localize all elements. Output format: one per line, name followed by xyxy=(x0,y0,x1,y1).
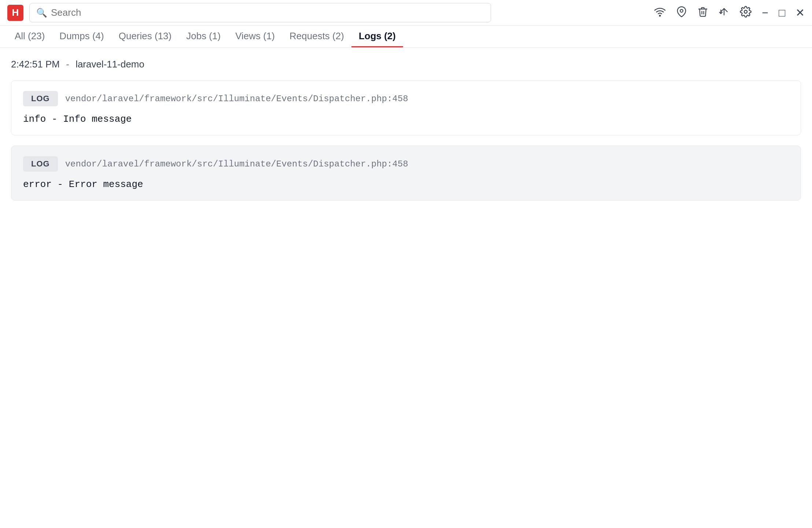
maximize-icon[interactable]: □ xyxy=(779,7,785,18)
session-separator: - xyxy=(66,59,69,70)
svg-point-0 xyxy=(660,15,661,16)
log-card-1-header: LOG vendor/laravel/framework/src/Illumin… xyxy=(23,91,789,106)
svg-point-1 xyxy=(680,10,683,12)
log-message-1: info - Info message xyxy=(23,114,789,125)
tab-requests[interactable]: Requests (2) xyxy=(282,26,351,47)
tab-all[interactable]: All (23) xyxy=(7,26,52,47)
tabs-bar: All (23) Dumps (4) Queries (13) Jobs (1)… xyxy=(0,26,812,48)
close-icon[interactable]: ✕ xyxy=(796,7,805,18)
broadcast-icon[interactable] xyxy=(654,6,666,19)
sort-icon[interactable] xyxy=(719,6,730,19)
log-badge-2: LOG xyxy=(23,156,58,172)
logo-letter: H xyxy=(12,7,19,18)
session-time: 2:42:51 PM xyxy=(11,59,60,70)
toolbar-actions: − □ ✕ xyxy=(654,6,805,19)
minimize-icon[interactable]: − xyxy=(762,7,768,18)
tab-views[interactable]: Views (1) xyxy=(228,26,282,47)
toolbar: H 🔍 xyxy=(0,0,812,26)
search-input[interactable] xyxy=(51,7,484,18)
tab-queries[interactable]: Queries (13) xyxy=(111,26,179,47)
pin-icon[interactable] xyxy=(676,6,687,19)
log-file-2: vendor/laravel/framework/src/Illuminate/… xyxy=(65,159,408,169)
log-badge-1: LOG xyxy=(23,91,58,106)
trash-icon[interactable] xyxy=(697,6,708,19)
app-logo[interactable]: H xyxy=(7,5,23,21)
log-card-2-header: LOG vendor/laravel/framework/src/Illumin… xyxy=(23,156,789,172)
settings-icon[interactable] xyxy=(740,6,752,19)
log-file-1: vendor/laravel/framework/src/Illuminate/… xyxy=(65,94,408,104)
log-card-1[interactable]: LOG vendor/laravel/framework/src/Illumin… xyxy=(11,80,801,135)
log-card-2[interactable]: LOG vendor/laravel/framework/src/Illumin… xyxy=(11,146,801,201)
session-header: 2:42:51 PM - laravel-11-demo xyxy=(11,59,801,70)
content-area: 2:42:51 PM - laravel-11-demo LOG vendor/… xyxy=(0,48,812,528)
search-bar[interactable]: 🔍 xyxy=(29,3,491,22)
session-app-name: laravel-11-demo xyxy=(75,59,144,70)
log-message-2: error - Error message xyxy=(23,179,789,190)
tab-jobs[interactable]: Jobs (1) xyxy=(179,26,228,47)
tab-dumps[interactable]: Dumps (4) xyxy=(52,26,111,47)
search-icon: 🔍 xyxy=(36,8,47,18)
tab-logs[interactable]: Logs (2) xyxy=(351,26,403,47)
svg-point-4 xyxy=(744,10,747,13)
